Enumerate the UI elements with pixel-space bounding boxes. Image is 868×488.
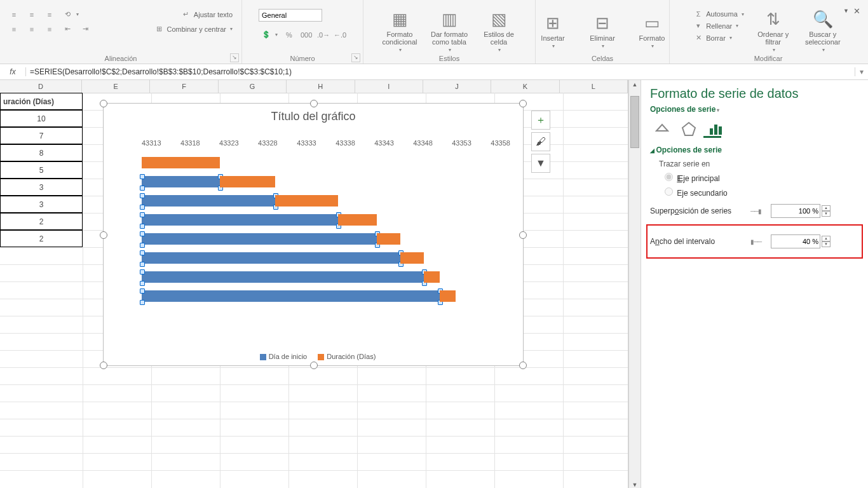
chart-filter-button[interactable]: ▼ [531,154,550,173]
align-right-button[interactable]: ≡ [42,24,57,34]
overlap-slider[interactable]: ──▮ [750,208,771,215]
col-header[interactable]: I [355,80,423,93]
alignment-launcher[interactable]: ↘ [230,53,239,62]
table-cell[interactable]: 3 [0,196,83,213]
col-header[interactable]: J [423,80,491,93]
format-cells-button[interactable]: ▭Formato [629,9,675,53]
overlap-spin-down[interactable]: ▼ [822,211,831,217]
effects-tab[interactable] [677,120,695,138]
sort-filter-button[interactable]: ⇅Ordenar y filtrar [750,9,796,53]
chart-styles-button[interactable]: 🖌 [531,132,550,151]
chart-bar-start[interactable] [142,233,377,245]
conditional-format-button[interactable]: ▦Formato condicional [377,9,423,53]
decrease-decimal-button[interactable]: ←.0 [331,29,346,40]
svg-rect-1 [710,128,713,135]
series-options-tab[interactable] [703,120,721,138]
align-middle-button[interactable]: ≡ [24,9,39,20]
formula-expand-button[interactable]: ▾ [855,67,868,76]
chart-bar-duration[interactable] [338,214,377,226]
chart-object[interactable]: Título del gráfico 433134331843323433284… [103,103,524,366]
decrease-indent-button[interactable]: ⇤ [60,24,75,34]
table-cell[interactable]: 8 [0,144,83,161]
overlap-spin-up[interactable]: ▲ [822,205,831,211]
gap-spin-down[interactable]: ▼ [822,241,831,247]
comma-button[interactable]: 000 [298,29,313,40]
table-cell[interactable]: 5 [0,161,83,179]
table-cell[interactable]: 10 [0,110,83,127]
align-left-button[interactable]: ≡ [6,24,22,34]
delete-cells-button[interactable]: ⊟Eliminar [580,9,625,53]
radio-secondary-axis[interactable]: Eje secundario [661,186,859,198]
pane-dropdown-icon[interactable]: ▼ [843,8,849,14]
chart-title[interactable]: Título del gráfico [104,110,523,123]
legend-swatch-dur [318,354,324,360]
chart-bar-duration[interactable] [400,252,424,264]
increase-indent-button[interactable]: ⇥ [78,24,93,34]
vertical-scrollbar[interactable]: ▲ ▼ [628,80,641,488]
chart-bar-start[interactable] [142,195,275,207]
col-header[interactable]: K [491,80,559,93]
chart-bar-start[interactable] [142,271,424,283]
format-as-table-button[interactable]: ▥Dar formato como tabla [426,9,472,53]
table-cell[interactable]: 3 [0,179,83,196]
col-header[interactable]: H [287,80,355,93]
spreadsheet-grid[interactable]: D E F G H I J K L uración (Días)10785332… [0,80,628,488]
ribbon-group-alignment: ≡ ≡ ≡ ⟲ ↵Ajustar texto ≡ ≡ ≡ ⇤ ⇥ ⊞Combin… [0,0,242,64]
fx-icon[interactable]: fx [0,67,26,76]
col-header[interactable]: G [219,80,287,93]
fill-line-tab[interactable] [650,120,668,138]
number-launcher[interactable]: ↘ [351,53,360,62]
chart-bar-duration[interactable] [377,233,400,245]
chart-bar-start[interactable] [142,290,440,302]
chart-elements-button[interactable]: ＋ [531,111,550,130]
scroll-thumb[interactable] [630,96,639,148]
chart-bar-start[interactable] [142,252,400,264]
scroll-up-button[interactable]: ▲ [629,81,641,88]
chart-bar-duration[interactable] [424,271,440,283]
formula-input[interactable] [26,67,855,76]
col-header[interactable]: D [0,80,82,93]
number-format-select[interactable] [259,9,322,22]
align-center-button[interactable]: ≡ [24,24,39,34]
scroll-down-button[interactable]: ▼ [629,482,641,488]
insert-cells-button[interactable]: ⊞Insertar [530,9,576,53]
pane-close-button[interactable]: ✕ [853,6,860,16]
chart-bar-duration[interactable] [220,176,275,187]
gap-spin-up[interactable]: ▲ [822,236,831,241]
col-header[interactable]: E [82,80,150,93]
orientation-button[interactable]: ⟲ [60,9,81,20]
percent-button[interactable]: % [281,29,297,40]
table-cell[interactable]: 7 [0,127,83,144]
merge-center-button[interactable]: ⊞Combinar y centrar [151,24,235,34]
cell-styles-button[interactable]: ▧Estilos de celda [476,9,522,53]
chart-plot-area[interactable]: Tarea-1Tarea-2Tarea-3Tarea-4Tarea-5Tarea… [142,154,510,327]
chart-legend[interactable]: Día de inicio Duración (Días) [104,353,523,360]
wrap-text-button[interactable]: ↵Ajustar texto [179,9,235,20]
col-header[interactable]: F [150,80,218,93]
svg-rect-2 [714,125,717,135]
chart-bar-start[interactable] [142,214,338,226]
find-select-button[interactable]: 🔍Buscar y seleccionar [800,9,846,53]
align-bottom-button[interactable]: ≡ [42,9,57,20]
group-label-styles: Estilos [439,55,459,62]
increase-decimal-button[interactable]: .0→ [315,29,330,40]
chart-bar-duration[interactable] [275,195,338,207]
fill-button[interactable]: ▾Rellenar [691,20,747,31]
table-cell[interactable]: 2 [0,230,83,247]
gap-slider[interactable]: ▮── [750,238,771,245]
overlap-input[interactable] [771,204,820,218]
autosum-button[interactable]: ΣAutosuma [691,9,747,19]
pane-subtitle[interactable]: Opciones de serie [650,105,859,114]
section-series-options[interactable]: Opciones de serie [650,146,859,154]
align-top-button[interactable]: ≡ [6,9,22,20]
chart-bar-start[interactable] [142,176,220,187]
chart-bar-duration[interactable] [142,157,220,168]
gap-input[interactable] [771,234,820,248]
table-cell[interactable]: 2 [0,213,83,230]
currency-button[interactable]: 💲 [259,29,280,40]
chart-bar-duration[interactable] [440,290,456,302]
table-header-cell[interactable]: uración (Días) [0,93,83,110]
col-header[interactable]: L [560,80,628,93]
clear-button[interactable]: ✕Borrar [691,32,747,43]
radio-primary-axis[interactable]: EEje principal [661,171,859,183]
